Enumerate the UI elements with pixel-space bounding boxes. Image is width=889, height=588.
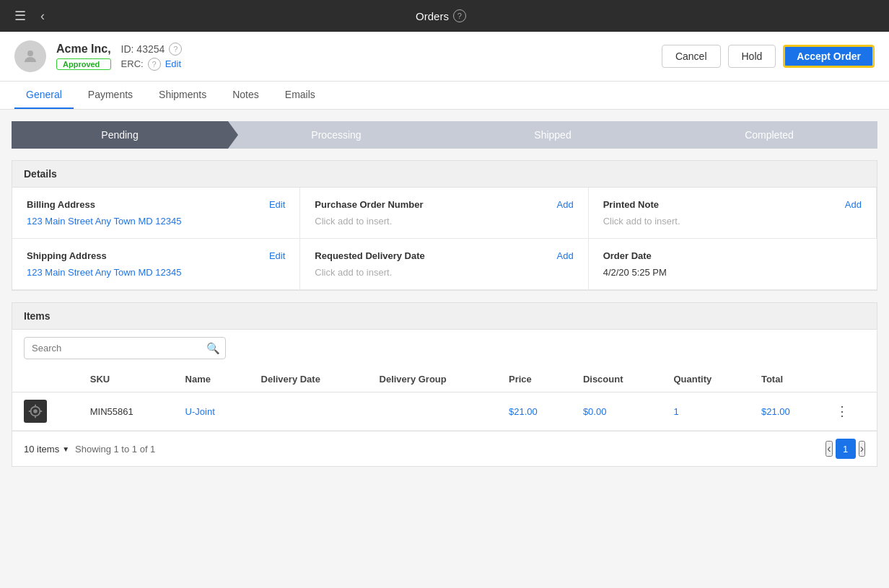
top-bar-left: ☰ ‹	[12, 5, 48, 27]
pagination-prev-button[interactable]: ‹	[826, 441, 832, 457]
row-product-link[interactable]: U-Joint	[185, 406, 215, 417]
billing-address-cell: Billing Address Edit 123 Main Street Any…	[12, 188, 300, 239]
requested-delivery-header: Requested Delivery Date Add	[315, 250, 573, 261]
help-icon[interactable]: ?	[453, 9, 466, 22]
billing-edit-link[interactable]: Edit	[269, 199, 285, 210]
requested-delivery-placeholder: Click add to insert.	[315, 267, 392, 278]
product-thumbnail	[24, 400, 47, 423]
order-date-label: Order Date	[603, 250, 652, 261]
showing-text: Showing 1 to 1 of 1	[75, 444, 155, 455]
billing-address-value: 123 Main Street Any Town MD 12345	[27, 216, 181, 227]
tab-notes[interactable]: Notes	[221, 82, 271, 109]
col-header-delivery-group: Delivery Group	[368, 367, 497, 392]
row-actions: ⋮	[824, 392, 877, 431]
shipping-address-cell: Shipping Address Edit 123 Main Street An…	[12, 239, 300, 290]
printed-note-add-link[interactable]: Add	[845, 199, 862, 210]
order-meta: ID: 43254 ? ERC: ? Edit	[121, 43, 183, 71]
items-per-page-chevron-icon: ▼	[62, 445, 69, 453]
row-quantity: 1	[662, 392, 749, 431]
search-input-wrap: 🔍	[24, 337, 226, 359]
row-thumb	[12, 392, 79, 431]
printed-note-label: Printed Note	[603, 199, 659, 210]
svg-point-2	[33, 409, 38, 413]
col-header-price: Price	[497, 367, 572, 392]
accept-order-button[interactable]: Accept Order	[783, 45, 875, 68]
items-per-page-selector[interactable]: 10 items ▼	[24, 444, 69, 455]
requested-delivery-add-link[interactable]: Add	[557, 250, 574, 261]
row-price: $21.00	[497, 392, 572, 431]
status-shipped-label: Shipped	[534, 129, 571, 141]
row-total: $21.00	[750, 392, 824, 431]
status-pending: Pending	[12, 121, 228, 149]
tab-general[interactable]: General	[14, 82, 74, 109]
order-date-value: 4/2/20 5:25 PM	[603, 267, 667, 278]
status-processing-label: Processing	[311, 129, 361, 141]
order-date-cell: Order Date 4/2/20 5:25 PM	[589, 239, 877, 290]
purchase-order-label: Purchase Order Number	[315, 199, 423, 210]
hold-button[interactable]: Hold	[728, 45, 776, 68]
status-pending-label: Pending	[101, 129, 138, 141]
header-actions: Cancel Hold Accept Order	[662, 45, 875, 68]
col-header-delivery-date: Delivery Date	[250, 367, 368, 392]
items-count-label: 10 items	[24, 444, 59, 455]
shipping-edit-link[interactable]: Edit	[269, 250, 285, 261]
purchase-order-header: Purchase Order Number Add	[315, 199, 573, 210]
status-bar: Pending Processing Shipped Completed	[12, 121, 877, 149]
status-completed-label: Completed	[745, 129, 794, 141]
search-icon-button[interactable]: 🔍	[206, 342, 220, 355]
top-bar-center: Orders ?	[416, 9, 466, 22]
col-header-sku: SKU	[79, 367, 174, 392]
printed-note-placeholder: Click add to insert.	[603, 216, 680, 227]
tab-shipments[interactable]: Shipments	[147, 82, 218, 109]
tab-payments[interactable]: Payments	[76, 82, 144, 109]
status-processing: Processing	[228, 121, 444, 149]
shipping-address-value: 123 Main Street Any Town MD 12345	[27, 267, 181, 278]
purchase-add-link[interactable]: Add	[557, 199, 574, 210]
svg-point-0	[27, 51, 33, 56]
page-title: Orders	[416, 10, 449, 22]
avatar	[14, 40, 46, 72]
shipping-address-label: Shipping Address	[27, 250, 107, 261]
search-input[interactable]	[24, 337, 226, 359]
erc-help-icon[interactable]: ?	[148, 58, 161, 71]
details-section-header: Details	[12, 160, 877, 188]
col-header-quantity: Quantity	[662, 367, 749, 392]
table-header-row: SKU Name Delivery Date Delivery Group Pr…	[12, 367, 877, 392]
billing-address-header: Billing Address Edit	[27, 199, 285, 210]
billing-address-label: Billing Address	[27, 199, 95, 210]
items-section-header: Items	[12, 302, 877, 330]
tabs: General Payments Shipments Notes Emails	[0, 82, 889, 110]
items-section: 🔍 SKU Name Delivery Date Delivery Group …	[12, 330, 877, 467]
id-help-icon[interactable]: ?	[169, 43, 182, 56]
col-header-total: Total	[750, 367, 824, 392]
erc-edit-link[interactable]: Edit	[165, 58, 181, 69]
approved-badge: Approved	[56, 58, 111, 70]
status-shipped: Shipped	[444, 121, 661, 149]
items-table: SKU Name Delivery Date Delivery Group Pr…	[12, 367, 877, 431]
sidebar-toggle-button[interactable]: ☰	[12, 5, 29, 27]
header-left: Acme Inc, Approved ID: 43254 ? ERC: ? Ed…	[14, 40, 182, 72]
order-id: ID: 43254	[121, 43, 165, 55]
erc-label: ERC:	[121, 58, 144, 69]
pagination-page-1-button[interactable]: 1	[836, 439, 856, 459]
row-delivery-group	[368, 392, 497, 431]
pagination-next-button[interactable]: ›	[859, 441, 865, 457]
order-date-header: Order Date	[603, 250, 862, 261]
company-info: Acme Inc, Approved	[56, 43, 111, 70]
tab-emails[interactable]: Emails	[273, 82, 327, 109]
back-button[interactable]: ‹	[38, 6, 48, 27]
company-name: Acme Inc,	[56, 43, 111, 56]
requested-delivery-label: Requested Delivery Date	[315, 250, 424, 261]
col-header-thumb	[12, 367, 79, 392]
page-header: Acme Inc, Approved ID: 43254 ? ERC: ? Ed…	[0, 32, 889, 82]
pagination: ‹ 1 ›	[826, 439, 865, 459]
details-label: Details	[24, 168, 57, 180]
cancel-button[interactable]: Cancel	[662, 45, 721, 68]
main-content: Pending Processing Shipped Completed Det…	[0, 121, 889, 478]
table-footer: 10 items ▼ Showing 1 to 1 of 1 ‹ 1 ›	[12, 431, 877, 466]
printed-note-cell: Printed Note Add Click add to insert.	[589, 188, 877, 239]
table-row: MIN55861 U-Joint $21.00 $0.00 1 $21.00 ⋮	[12, 392, 877, 431]
printed-note-header: Printed Note Add	[603, 199, 862, 210]
row-actions-button[interactable]: ⋮	[836, 404, 849, 418]
purchase-order-cell: Purchase Order Number Add Click add to i…	[300, 188, 588, 239]
